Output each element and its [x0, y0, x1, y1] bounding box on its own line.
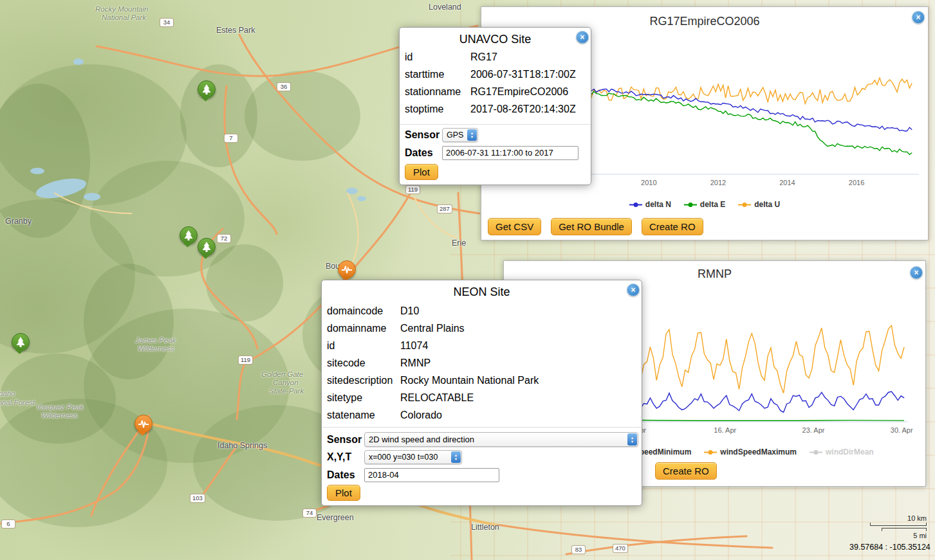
tree-site-marker[interactable]: [198, 238, 216, 256]
tree-site-marker[interactable]: [12, 333, 30, 351]
stepper-down-icon: ▼: [470, 135, 474, 139]
highway-shield: 287: [437, 204, 452, 213]
field-row: sitedescriptionRocky Mountain National P…: [327, 372, 639, 389]
svg-text:23. Apr: 23. Apr: [802, 426, 825, 434]
rg17-buttons: Get CSVGet RO BundleCreate RO: [488, 218, 703, 235]
legend-item[interactable]: delta E: [684, 200, 725, 209]
unavco-plot-button[interactable]: Plot: [405, 164, 438, 180]
unavco-close-button[interactable]: ×: [576, 31, 589, 44]
svg-text:2012: 2012: [710, 179, 726, 186]
xyt-label: X,Y,T: [327, 451, 364, 463]
neon-popup-title: NEON Site: [322, 280, 642, 299]
sensor-label: Sensor: [405, 129, 442, 141]
highway-shield: 470: [613, 544, 628, 553]
map-label: Wilderness: [138, 345, 174, 352]
unavco-fields: idRG17starttime2006-07-31T18:17:00Zstati…: [405, 48, 588, 118]
cursor-coordinates: 39.57684 : -105.35124: [849, 543, 930, 552]
neon-xyt-select[interactable]: x=000 y=030 t=030 ▲▼: [364, 450, 462, 464]
map-label: Arapaho: [0, 390, 15, 397]
pine-tree-icon: [200, 240, 213, 253]
seismic-site-marker[interactable]: [134, 415, 153, 433]
pine-tree-icon: [182, 229, 195, 242]
highway-shield: 72: [217, 234, 231, 243]
scale-mi-label: 5 mi: [870, 532, 927, 540]
neon-xyt-row: X,Y,T x=000 y=030 t=030 ▲▼: [327, 450, 462, 464]
map-label: Wilderness: [41, 411, 78, 419]
neon-fields: domaincodeD10domainnameCentral Plainsid1…: [327, 302, 639, 424]
svg-text:30. Apr: 30. Apr: [891, 426, 913, 434]
seismic-waveform-icon: [137, 417, 150, 430]
highway-shield: 6: [1, 519, 15, 528]
seismic-site-marker[interactable]: [338, 260, 356, 278]
map-scale-control: 10 km 5 mi: [870, 514, 927, 540]
neon-xyt-value: x=000 y=030 t=030: [365, 453, 450, 462]
unavco-dates-input[interactable]: 2006-07-31 11:17:00 to 2017: [442, 146, 579, 160]
map-label: Littleton: [471, 523, 499, 532]
sensor-label: Sensor: [327, 434, 364, 446]
svg-text:2014: 2014: [779, 179, 795, 186]
neon-sensor-select[interactable]: 2D wind speed and direction ▲▼: [364, 432, 638, 447]
map-label: National Park: [102, 14, 146, 21]
rmnp-close-button[interactable]: ×: [910, 266, 923, 279]
svg-text:16. Apr: 16. Apr: [714, 426, 736, 434]
create-ro-button[interactable]: Create RO: [642, 218, 703, 235]
scale-mi-bar: [882, 528, 927, 531]
map-label: Erie: [452, 239, 466, 248]
pine-tree-icon: [200, 83, 213, 96]
field-row: domainnameCentral Plains: [327, 320, 639, 337]
divider: [400, 124, 591, 125]
tree-site-marker[interactable]: [198, 80, 216, 98]
legend-item[interactable]: delta N: [629, 200, 671, 209]
unavco-sensor-select[interactable]: GPS ▲▼: [442, 128, 478, 142]
pine-tree-icon: [14, 336, 27, 348]
get-csv-button[interactable]: Get CSV: [488, 218, 541, 235]
field-row: domaincodeD10: [327, 302, 639, 320]
rg17-legend: delta Ndelta Edelta U: [481, 200, 928, 209]
neon-close-button[interactable]: ×: [627, 284, 640, 296]
map-label: Loveland: [429, 3, 461, 12]
neon-plot-button[interactable]: Plot: [327, 485, 360, 501]
map-label: National Forest: [0, 399, 35, 406]
neon-dates-input[interactable]: 2018-04: [364, 468, 499, 482]
map-label: Evergreen: [317, 513, 354, 522]
field-row: sitetypeRELOCATABLE: [327, 389, 639, 406]
unavco-dates-row: Dates 2006-07-31 11:17:00 to 2017: [405, 146, 579, 160]
scale-km-bar: [870, 523, 927, 526]
legend-item[interactable]: windDirMean: [810, 447, 874, 456]
map-label: Estes Park: [216, 26, 255, 35]
legend-item[interactable]: windSpeedMaximum: [704, 447, 797, 456]
svg-text:2010: 2010: [641, 179, 656, 186]
field-row: id11074: [327, 337, 639, 354]
neon-sensor-value: 2D wind speed and direction: [365, 435, 627, 444]
get-ro-bundle-button[interactable]: Get RO Bundle: [551, 218, 632, 235]
highway-shield: 103: [190, 494, 205, 503]
map-label: Canyon: [273, 379, 299, 386]
unavco-sensor-value: GPS: [443, 131, 467, 140]
unavco-popup-title: UNAVCO Site: [400, 28, 591, 46]
map-label: Golden Gate: [261, 370, 303, 378]
field-row: sitecodeRMNP: [327, 354, 639, 372]
neon-popup: NEON Site × domaincodeD10domainnameCentr…: [321, 280, 642, 506]
map-label: Idaho Springs: [218, 441, 267, 450]
rg17-close-button[interactable]: ×: [912, 11, 925, 24]
unavco-popup: UNAVCO Site × idRG17starttime2006-07-31T…: [399, 27, 591, 185]
unavco-sensor-row: Sensor GPS ▲▼: [405, 128, 478, 142]
field-row: stationnameRG17EmpireCO2006: [405, 83, 588, 100]
neon-sensor-row: Sensor 2D wind speed and direction ▲▼: [327, 432, 638, 447]
field-row: idRG17: [405, 48, 588, 66]
stepper-down-icon: ▼: [454, 457, 458, 461]
tree-site-marker[interactable]: [180, 226, 198, 244]
dates-label: Dates: [405, 147, 442, 159]
create-ro-button[interactable]: Create RO: [655, 462, 717, 480]
map-label: State-Park: [269, 387, 304, 395]
select-stepper-icon: ▲▼: [451, 451, 461, 463]
field-row: stoptime2017-08-26T20:14:30Z: [405, 100, 588, 118]
highway-shield: 34: [160, 18, 174, 27]
highway-shield: 119: [405, 185, 420, 194]
select-stepper-icon: ▲▼: [467, 129, 477, 141]
svg-text:2016: 2016: [849, 179, 864, 186]
rg17-panel-title: RG17EmpireCO2006: [481, 7, 928, 28]
legend-item[interactable]: delta U: [738, 200, 780, 209]
scale-km-label: 10 km: [870, 514, 927, 523]
stepper-down-icon: ▼: [631, 440, 634, 444]
